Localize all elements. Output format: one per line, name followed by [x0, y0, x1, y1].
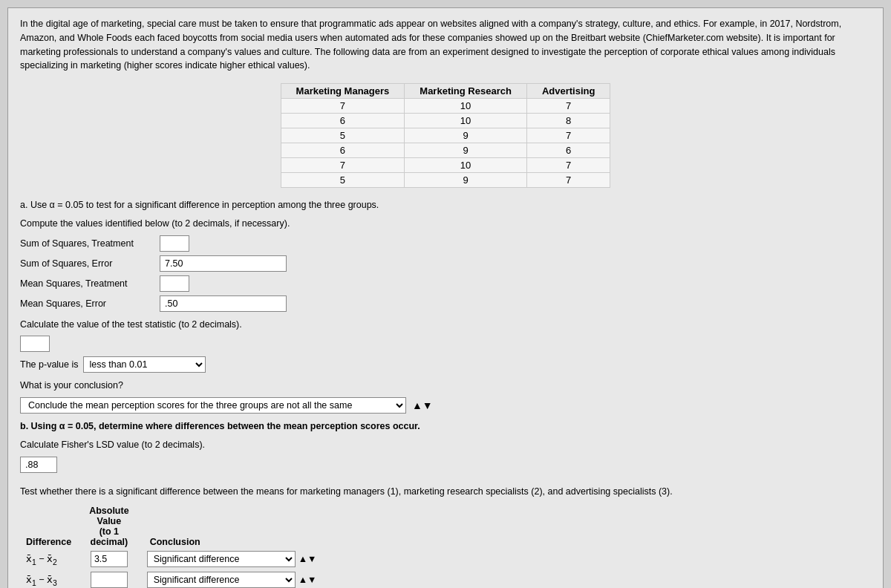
table-cell: 7 [526, 158, 610, 173]
table-cell: 9 [405, 173, 527, 188]
test-stat-label: Calculate the value of the test statisti… [20, 318, 871, 332]
part-b-instruction1: b. Using α = 0.05, determine where diffe… [20, 419, 871, 434]
table-cell: 9 [405, 143, 527, 158]
absval-col-header: AbsoluteValue(to 1decimal) [83, 504, 134, 549]
diff-conclusion-dropdown[interactable]: Significant differenceNo significant dif… [147, 572, 296, 588]
conclusion-dropdown[interactable]: Conclude the mean perception scores for … [20, 397, 406, 414]
table-cell: 9 [405, 128, 527, 143]
ss-error-input[interactable] [160, 255, 287, 272]
table-cell: 10 [405, 114, 527, 128]
pvalue-dropdown[interactable]: less than 0.01between 0.01 and 0.025betw… [83, 356, 206, 373]
pvalue-label: The p-value is [20, 359, 79, 370]
ss-treatment-input[interactable] [160, 235, 189, 252]
part-a-instruction2: Compute the values identified below (to … [20, 217, 871, 231]
table-cell: 6 [281, 143, 405, 158]
diff-label: x̄1 − x̄3 [20, 569, 83, 588]
test-stat-row [20, 336, 871, 352]
diff-table-row: x̄1 − x̄3Significant differenceNo signif… [20, 569, 322, 588]
ss-error-label: Sum of Squares, Error [20, 258, 154, 269]
diff-table: Difference AbsoluteValue(to 1decimal) Co… [20, 504, 322, 588]
lsd-input[interactable] [20, 457, 57, 473]
table-cell: 6 [526, 143, 610, 158]
table-cell: 5 [281, 173, 405, 188]
dropdown-arrow-icon: ▲▼ [298, 575, 317, 585]
col-header-advertising: Advertising [526, 84, 610, 99]
col-header-managers: Marketing Managers [281, 84, 405, 99]
table-cell: 7 [281, 158, 405, 173]
data-table-container: Marketing Managers Marketing Research Ad… [20, 83, 871, 188]
data-table: Marketing Managers Marketing Research Ad… [281, 83, 611, 188]
part-a-instruction1: a. Use α = 0.05 to test for a significan… [20, 198, 871, 212]
ss-treatment-row: Sum of Squares, Treatment [20, 235, 871, 252]
ss-error-row: Sum of Squares, Error [20, 255, 871, 272]
dropdown-arrow-icon: ▲▼ [298, 554, 317, 564]
intro-paragraph: In the digital age of marketing, special… [20, 17, 871, 73]
diff-col-header: Difference [20, 504, 83, 549]
table-cell: 7 [526, 99, 610, 114]
test-instruction: Test whether there is a significant diff… [20, 485, 871, 499]
col-header-research: Marketing Research [405, 84, 527, 99]
diff-conclusion-cell: Significant differenceNo significant dif… [135, 549, 323, 569]
table-cell: 5 [281, 128, 405, 143]
diff-label: x̄1 − x̄2 [20, 549, 83, 569]
conclusion-row: Conclude the mean perception scores for … [20, 397, 871, 414]
diff-abs-cell [83, 569, 134, 588]
ss-treatment-label: Sum of Squares, Treatment [20, 238, 154, 249]
conc-col-header: Conclusion [135, 504, 323, 549]
main-page: In the digital age of marketing, special… [7, 7, 884, 588]
part-b-instruction2: Calculate Fisher's LSD value (to 2 decim… [20, 438, 871, 452]
table-cell: 7 [281, 99, 405, 114]
diff-table-row: x̄1 − x̄2Significant differenceNo signif… [20, 549, 322, 569]
ms-treatment-label: Mean Squares, Treatment [20, 278, 154, 289]
ms-treatment-row: Mean Squares, Treatment [20, 275, 871, 292]
table-cell: 6 [281, 114, 405, 128]
test-stat-input[interactable] [20, 336, 50, 352]
conclusion-arrow-icon: ▲▼ [412, 399, 433, 411]
lsd-row [20, 457, 871, 479]
diff-abs-input[interactable] [91, 572, 128, 588]
table-cell: 7 [526, 173, 610, 188]
table-cell: 10 [405, 99, 527, 114]
ms-error-input[interactable] [160, 295, 287, 312]
diff-abs-cell [83, 549, 134, 569]
ms-error-row: Mean Squares, Error [20, 295, 871, 312]
diff-conclusion-dropdown[interactable]: Significant differenceNo significant dif… [147, 551, 296, 567]
conclusion-question: What is your conclusion? [20, 379, 871, 393]
ms-error-label: Mean Squares, Error [20, 298, 154, 309]
table-cell: 8 [526, 114, 610, 128]
pvalue-row: The p-value is less than 0.01between 0.0… [20, 356, 871, 373]
table-cell: 7 [526, 128, 610, 143]
ms-treatment-input[interactable] [160, 275, 189, 292]
diff-abs-input[interactable] [91, 551, 128, 567]
table-cell: 10 [405, 158, 527, 173]
diff-conclusion-cell: Significant differenceNo significant dif… [135, 569, 323, 588]
